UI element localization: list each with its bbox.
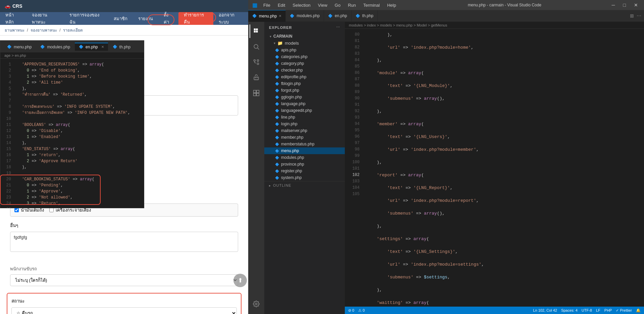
maximize-button[interactable]: □ [621, 2, 628, 8]
speaker-checkbox[interactable] [49, 208, 54, 212]
tab-en-php[interactable]: 🔷 en.php ✕ [75, 43, 108, 51]
vscode-tab-th-php[interactable]: 🔷 th.php [352, 10, 378, 22]
warning-count[interactable]: ⚠ 0 [358, 308, 365, 313]
formatter[interactable]: ✓ Prettier [616, 308, 632, 313]
vscode-menu: File Edit Selection View Go Run Terminal… [260, 2, 399, 8]
tree-file-forgot[interactable]: 🔷forgot.php [264, 87, 345, 94]
php-icon: 🔷 [275, 176, 279, 180]
tree-file-mailserver[interactable]: 🔷mailserver.php [264, 127, 345, 134]
extensions-activity-icon[interactable] [250, 86, 263, 100]
breadcrumb-detail[interactable]: รายละเอียด [63, 28, 83, 33]
php-icon: 🔷 [275, 109, 279, 113]
settings-activity-icon[interactable] [250, 297, 263, 311]
nav-my-bookings[interactable]: รายการจองของฉัน [64, 12, 108, 25]
language-mode[interactable]: PHP [604, 308, 612, 312]
menu-terminal[interactable]: Terminal [360, 2, 383, 8]
tree-file-gglogin[interactable]: 🔷gglogin.php [264, 94, 345, 100]
tree-file-category[interactable]: 🔷category.php [264, 60, 345, 67]
vscode-panel: ▦ File Edit Selection View Go Run Termin… [248, 0, 644, 314]
status-select[interactable]: ☆ คืนรถ [11, 307, 237, 314]
nav-logout[interactable]: ออกจากระบบ [213, 12, 248, 25]
spaces-info[interactable]: Spaces: 4 [561, 308, 578, 312]
vscode-tab-en-php[interactable]: 🔷 en.php [324, 10, 352, 22]
menu-edit[interactable]: Edit [274, 2, 288, 8]
tree-file-member[interactable]: 🔷member.php [264, 134, 345, 141]
tree-file-login[interactable]: 🔷login.php [264, 121, 345, 127]
tree-file-categories[interactable]: 🔷categories.php [264, 53, 345, 60]
menu-file[interactable]: File [260, 2, 274, 8]
car-icon: 🚗 [5, 3, 10, 9]
tree-file-system[interactable]: 🔷system.php [264, 174, 345, 181]
tree-file-memberstatus[interactable]: 🔷memberstatus.php [264, 141, 345, 147]
menu-help[interactable]: Help [384, 2, 399, 8]
encoding[interactable]: UTF-8 [582, 308, 592, 312]
tab-label: en.php [335, 13, 347, 18]
svg-point-4 [257, 60, 259, 61]
nav-home[interactable]: หน้าหลัก [0, 12, 26, 25]
status-section: สถานะ ☆ คืนรถ [7, 293, 241, 314]
vscode-tab-menu-php[interactable]: 🔷 menu.php ✕ [248, 10, 286, 22]
tab-label: th.php [362, 13, 373, 18]
code-editor-left: 🔷 menu.php 🔷 modules.php 🔷 en.php ✕ 🔷 th… [0, 40, 144, 208]
notification-icon[interactable]: 🔔 [636, 308, 641, 313]
debug-activity-icon[interactable] [250, 71, 263, 84]
tree-file-province[interactable]: 🔷province.php [264, 161, 345, 168]
menu-selection[interactable]: Selection [289, 2, 314, 8]
tab-label: en.php [86, 45, 98, 49]
vscode-tab-modules-php[interactable]: 🔷 modules.php [286, 10, 324, 22]
tree-file-menu[interactable]: 🔷menu.php [264, 147, 345, 154]
app-title: CRS [12, 3, 22, 9]
tree-file-register[interactable]: 🔷register.php [264, 168, 345, 174]
nav-return[interactable]: ทำรายการคืน [178, 12, 214, 25]
nav-settings[interactable]: ตั้งค่า [158, 12, 178, 25]
nav-report[interactable]: รายงาน [133, 12, 158, 25]
editor-text-content[interactable]: ), 'url' => 'index.php?module=home', ), … [362, 29, 644, 307]
svg-line-1 [258, 48, 259, 50]
tree-file-checker[interactable]: 🔷checker.php [264, 67, 345, 74]
tab-label: menu.php [14, 45, 32, 49]
explorer-activity-icon[interactable] [250, 25, 263, 38]
editor-code-left: 12345 678910 1112131415 1617181920 21222… [0, 59, 144, 208]
minimize-button[interactable]: ─ [610, 2, 617, 8]
php-icon: 🔷 [275, 48, 279, 52]
tree-file-language[interactable]: 🔷language.php [264, 100, 345, 107]
tab-close-icon[interactable]: ✕ [279, 14, 281, 18]
scroll-top-button[interactable]: ⬆ [233, 274, 247, 287]
line-ending[interactable]: LF [596, 308, 600, 312]
error-count[interactable]: ⊘ 0 [348, 308, 354, 313]
chevron-right-icon: ▸ [269, 184, 271, 187]
window-controls: ─ □ ✕ [610, 2, 640, 8]
php-icon: 🔷 [275, 136, 279, 139]
svg-point-3 [257, 63, 259, 65]
scm-activity-icon[interactable] [250, 55, 263, 69]
fuel-checkbox[interactable] [14, 208, 19, 212]
menu-view[interactable]: View [315, 2, 331, 8]
nav-book[interactable]: จองยานพาหนะ [26, 12, 64, 25]
close-button[interactable]: ✕ [632, 2, 640, 8]
tree-file-editprofile[interactable]: 🔷editprofile.php [264, 74, 345, 80]
tree-project-folder[interactable]: ▾ CARMAIN [264, 33, 345, 40]
tree-file-line[interactable]: 🔷line.php [264, 114, 345, 121]
driver-select[interactable]: ไม่ระบุ (ใครก็ได้) [10, 274, 238, 286]
tree-file-fblogin[interactable]: 🔷fblogin.php [264, 80, 345, 87]
tab-menu-php-left[interactable]: 🔷 menu.php [3, 43, 36, 51]
tab-modules-php[interactable]: 🔷 modules.php [36, 43, 74, 51]
tree-file-modules[interactable]: 🔷modules.php [264, 154, 345, 161]
split-editor-icon[interactable]: ⊞ [630, 13, 634, 18]
nav-members[interactable]: สมาชิก [108, 12, 133, 25]
crs-nav: หน้าหลัก จองยานพาหนะ รายการจองของฉัน สมา… [0, 12, 248, 25]
sidebar-menu-icon[interactable]: ⋯ [336, 25, 340, 30]
cursor-position[interactable]: Ln 102, Col 42 [533, 308, 557, 312]
menu-go[interactable]: Go [331, 2, 344, 8]
breadcrumb-booking[interactable]: จองยานพาหนะ [31, 28, 57, 33]
tree-models-folder[interactable]: ▾ 📁 models [264, 40, 345, 47]
more-actions-icon[interactable]: ⋯ [637, 13, 641, 18]
tree-file-languageedit[interactable]: 🔷languageedit.php [264, 107, 345, 114]
menu-run[interactable]: Run [344, 2, 359, 8]
outline-section[interactable]: ▸ OUTLINE [264, 181, 345, 189]
tab-th-php[interactable]: 🔷 th.php [109, 43, 135, 51]
close-icon[interactable]: ✕ [101, 45, 104, 49]
tree-file-apis[interactable]: 🔷apis.php [264, 47, 345, 53]
search-activity-icon[interactable] [250, 40, 263, 53]
breadcrumb-vehicle[interactable]: ยานพาหนะ [5, 28, 24, 33]
